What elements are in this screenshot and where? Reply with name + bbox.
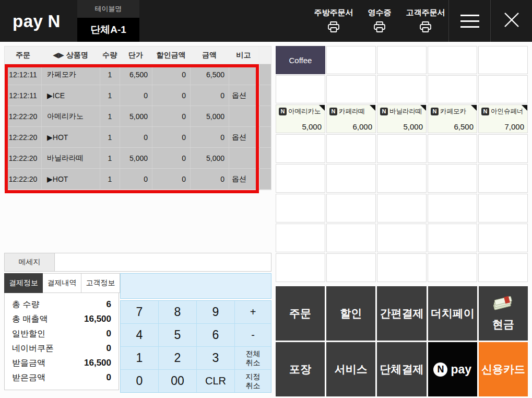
key-1[interactable]: 1: [121, 347, 158, 369]
table-name-box[interactable]: 테이블명 단체A-1: [77, 0, 139, 42]
customer-order-print-button[interactable]: 고객주문서: [403, 8, 448, 34]
order-row[interactable]: 12:12:11 카페모카 1 6,500 0 6,500: [5, 64, 271, 85]
product-slot-empty: [377, 194, 427, 223]
hamburger-icon: [460, 15, 479, 28]
order-row[interactable]: 12:22:20 아메리카노 1 5,000 0 5,000: [5, 106, 271, 127]
summary-row-amount-due: 받을금액 16,500: [5, 356, 119, 370]
product-button-cafe-mocha[interactable]: N카페모카 6,500: [428, 104, 477, 133]
key-3[interactable]: 3: [197, 347, 234, 369]
product-slot-empty: [276, 134, 325, 163]
easy-pay-button[interactable]: 간편결제: [377, 286, 426, 341]
dutch-pay-button[interactable]: 더치페이: [428, 286, 477, 341]
key-4[interactable]: 4: [121, 324, 158, 346]
payment-summary-panel: 총 수량 6 총 매출액 16,500 일반할인 0 네이버쿠폰 0 받을금액 …: [4, 292, 119, 390]
close-button[interactable]: [491, 0, 532, 42]
order-row[interactable]: 12:22:20 ▶HOT 1 0 0 0 옵션: [5, 127, 271, 148]
service-button[interactable]: 서비스: [326, 342, 375, 396]
group-pay-button[interactable]: 단체결제: [377, 342, 426, 396]
action-grid: 주문 할인 간편결제 더치페이 현금 포장 서비스 단체결제 N pay 신용카…: [276, 286, 528, 396]
product-slot-empty: [478, 134, 528, 163]
npay-badge-icon: N: [481, 108, 489, 115]
category-slot-empty: [377, 46, 427, 74]
category-slot-empty: [326, 75, 376, 103]
credit-card-button[interactable]: 신용카드: [479, 342, 528, 396]
order-button[interactable]: 주문: [276, 286, 325, 341]
order-row[interactable]: 12:22:20 ▶HOT 1 0 0 0 옵션: [5, 169, 271, 190]
product-slot-empty: [276, 164, 325, 193]
product-slot-empty: [428, 134, 477, 163]
product-button-einspanner[interactable]: N아인슈페너 7,000: [478, 104, 528, 133]
tab-customer-info[interactable]: 고객정보: [81, 273, 120, 293]
product-slot-empty: [326, 224, 376, 252]
summary-row-amount-received: 받은금액 0: [5, 370, 119, 385]
npay-badge-icon: N: [380, 108, 388, 115]
product-slot-empty: [326, 253, 376, 282]
key-6[interactable]: 6: [197, 324, 234, 346]
product-slot-empty: [428, 224, 477, 252]
product-slot-empty: [428, 164, 477, 193]
summary-row-naver-coupon: 네이버쿠폰 0: [5, 341, 119, 356]
product-button-vanilla-latte[interactable]: N바닐라라떼 5,000: [377, 104, 427, 133]
cash-button[interactable]: 현금: [479, 286, 528, 341]
top-bar: payN 테이블명 단체A-1 주방주문서 영수증 고객주문서: [0, 0, 532, 42]
key-plus[interactable]: +: [235, 301, 271, 323]
product-slot-empty: [428, 194, 477, 223]
key-2[interactable]: 2: [159, 347, 196, 369]
category-slot-empty: [478, 46, 528, 74]
discount-button[interactable]: 할인: [326, 286, 375, 341]
product-slot-empty: [377, 224, 427, 252]
message-input[interactable]: [55, 253, 271, 272]
column-header-discount: 할인금액: [152, 51, 190, 60]
message-label: 메세지: [4, 253, 55, 272]
product-slot-empty: [377, 134, 427, 163]
printer-icon: [419, 21, 432, 34]
tab-payment-history[interactable]: 결제내역: [43, 273, 81, 293]
tab-payment-info[interactable]: 결제정보: [4, 273, 43, 293]
product-slot-empty: [478, 164, 528, 193]
key-clear[interactable]: CLR: [197, 370, 234, 392]
category-slot-empty: [276, 75, 325, 103]
order-row[interactable]: 12:22:20 바닐라라떼 1 5,000 0 5,000: [5, 148, 271, 169]
npay-button[interactable]: N pay: [428, 342, 477, 396]
column-header-product[interactable]: ◀▶ 상품명: [41, 51, 100, 60]
receipt-print-button[interactable]: 영수증: [357, 8, 403, 34]
corner-flag-icon: [370, 105, 375, 111]
table-name-label: 테이블명: [77, 0, 139, 18]
summary-row-total-qty: 총 수량 6: [5, 297, 119, 312]
logo-n-text: N: [48, 11, 60, 31]
corner-flag-icon: [471, 105, 477, 111]
key-8[interactable]: 8: [159, 301, 196, 323]
key-7[interactable]: 7: [121, 301, 158, 323]
category-button-coffee[interactable]: Coffee: [276, 46, 325, 74]
product-slot-empty: [276, 224, 325, 252]
product-slot-empty: [377, 253, 427, 282]
menu-button[interactable]: [449, 0, 490, 42]
kitchen-order-print-button[interactable]: 주방주문서: [311, 8, 357, 34]
npay-badge-icon: N: [329, 108, 337, 115]
key-5[interactable]: 5: [159, 324, 196, 346]
category-slot-empty: [377, 75, 427, 103]
app-logo: payN: [13, 11, 61, 31]
product-slot-empty: [276, 253, 325, 282]
key-0[interactable]: 0: [121, 370, 158, 392]
logo-pay-text: pay: [13, 11, 43, 31]
product-slot-empty: [377, 164, 427, 193]
summary-row-general-discount: 일반할인 0: [5, 326, 119, 341]
product-button-americano[interactable]: N아메리카노 5,000: [276, 104, 325, 133]
column-header-qty: 수량: [100, 51, 120, 60]
order-table-header: 주문 ◀▶ 상품명 수량 단가 할인금액 금액 비고: [5, 46, 271, 64]
key-cancel-selected[interactable]: 지정 취소: [235, 370, 271, 392]
key-minus[interactable]: -: [235, 324, 271, 346]
takeout-button[interactable]: 포장: [276, 342, 325, 396]
key-cancel-all[interactable]: 전체 취소: [235, 347, 271, 369]
product-button-cafe-latte[interactable]: N카페라떼 6,000: [326, 104, 376, 133]
order-table-rows: 12:12:11 카페모카 1 6,500 0 6,500 12:12:11 ▶…: [5, 64, 271, 190]
corner-flag-icon: [522, 105, 527, 111]
category-slot-empty: [428, 75, 477, 103]
product-slot-empty: [276, 194, 325, 223]
order-row[interactable]: 12:12:11 ▶ICE 1 0 0 0 옵션: [5, 85, 271, 106]
numeric-keypad: 7 8 9 + 4 5 6 - 1 2 3 전체 취소 0 00 CLR 지정 …: [120, 273, 271, 393]
key-9[interactable]: 9: [197, 301, 234, 323]
key-00[interactable]: 00: [159, 370, 196, 392]
corner-flag-icon: [420, 105, 426, 111]
